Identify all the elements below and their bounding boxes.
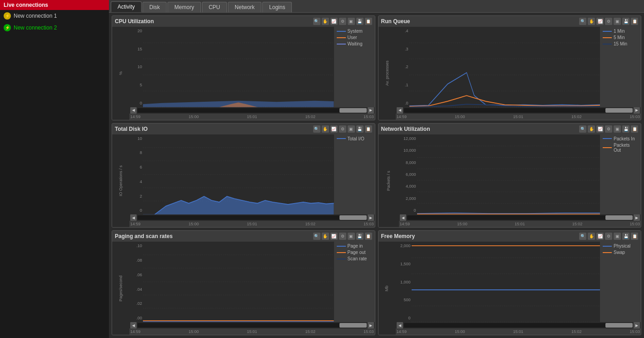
chart-icon-rq[interactable]: 📈	[596, 18, 604, 25]
scroll-right-btn[interactable]: ▶	[368, 107, 374, 114]
fm-scrollbar[interactable]: ◀ ▶	[396, 322, 641, 328]
legend-swap: Swap	[603, 250, 638, 255]
disk-io-title: Total Disk IO	[115, 126, 147, 132]
window-icon-pg[interactable]: ▣	[348, 233, 355, 240]
rq-scrollbar[interactable]: ◀ ▶	[396, 107, 641, 114]
hand-icon-nu[interactable]: ✋	[588, 125, 595, 133]
zoom-icon-nu[interactable]: 🔍	[579, 125, 586, 133]
tab-activity[interactable]: Activity	[111, 1, 142, 12]
filter-icon-pg[interactable]: ⚙	[339, 233, 346, 240]
cpu-util-tools: 🔍 ✋ 📈 ⚙ ▣ 💾 📋	[313, 18, 372, 25]
zoom-icon-di[interactable]: 🔍	[313, 125, 320, 133]
filter-icon-di[interactable]: ⚙	[339, 125, 346, 133]
scroll-right-fm[interactable]: ▶	[634, 322, 640, 328]
cpu-util-header: CPU Utilization 🔍 ✋ 📈 ⚙ ▣ 💾 📋	[112, 16, 375, 27]
sidebar: Live connections ⚡ New connection 1 ⚡ Ne…	[0, 0, 109, 338]
export-icon-di[interactable]: 📋	[365, 125, 372, 133]
tab-bar: Activity Disk Memory CPU Network Logins	[109, 0, 644, 13]
paging-chart-area	[143, 242, 334, 322]
save-icon-di[interactable]: 💾	[356, 125, 364, 133]
export-icon-rq[interactable]: 📋	[631, 18, 638, 25]
legend-scan-rate: Scan rate	[337, 256, 372, 261]
export-icon-fm[interactable]: 📋	[631, 233, 638, 240]
paging-legend: Page in Page out Scan rate	[334, 242, 375, 322]
filter-icon-nu[interactable]: ⚙	[605, 125, 612, 133]
legend-packets-out: Packets Out	[603, 143, 638, 153]
conn-label-1: New connection 1	[14, 13, 57, 19]
scroll-right-rq[interactable]: ▶	[634, 107, 640, 114]
free-mem-chart-area	[412, 242, 600, 322]
connection-item-2[interactable]: ⚡ New connection 2	[0, 22, 109, 34]
scroll-left-di[interactable]: ◀	[130, 214, 137, 221]
window-icon-di[interactable]: ▣	[348, 125, 355, 133]
scroll-right-nu[interactable]: ▶	[634, 214, 640, 221]
export-icon-pg[interactable]: 📋	[365, 233, 372, 240]
rq-y-label: Av. processes	[385, 60, 389, 86]
cpu-y-label: %	[118, 71, 123, 75]
zoom-icon-fm[interactable]: 🔍	[579, 233, 586, 240]
connection-item-1[interactable]: ⚡ New connection 1	[0, 10, 109, 22]
scroll-left-pg[interactable]: ◀	[130, 322, 137, 328]
window-icon-nu[interactable]: ▣	[614, 125, 621, 133]
zoom-icon-rq[interactable]: 🔍	[579, 18, 586, 25]
export-icon-nu[interactable]: 📋	[631, 125, 638, 133]
window-icon[interactable]: ▣	[348, 18, 355, 25]
free-mem-body: Mb 2,000 1,500 1,000 500 0	[379, 242, 641, 335]
scroll-left-btn[interactable]: ◀	[130, 107, 137, 114]
nu-scrollbar[interactable]: ◀ ▶	[399, 214, 641, 221]
scroll-right-pg[interactable]: ▶	[368, 322, 374, 328]
di-time-labels: 14:59 15:00 15:01 15:02 15:03	[129, 221, 375, 227]
scroll-left-fm[interactable]: ◀	[397, 322, 403, 328]
chart-icon-fm[interactable]: 📈	[596, 233, 604, 240]
chart-icon-pg[interactable]: 📈	[330, 233, 338, 240]
save-icon-nu[interactable]: 💾	[622, 125, 629, 133]
disk-io-body: IO Operations / s 10 8 6 4 2 0	[112, 134, 375, 228]
scroll-left-nu[interactable]: ◀	[400, 214, 406, 221]
save-icon-pg[interactable]: 💾	[356, 233, 364, 240]
connection-list: ⚡ New connection 1 ⚡ New connection 2	[0, 10, 109, 34]
window-icon-fm[interactable]: ▣	[614, 233, 621, 240]
tab-disk[interactable]: Disk	[143, 2, 167, 12]
tab-memory[interactable]: Memory	[167, 2, 201, 12]
legend-5min: 5 Min	[603, 35, 638, 40]
net-util-header: Network Utilization 🔍 ✋ 📈 ⚙ ▣ 💾 📋	[379, 124, 641, 134]
chart-icon[interactable]: 📈	[330, 18, 338, 25]
chart-icon-di[interactable]: 📈	[330, 125, 338, 133]
legend-page-out: Page out	[337, 250, 372, 255]
hand-icon-rq[interactable]: ✋	[588, 18, 595, 25]
hand-icon-pg[interactable]: ✋	[322, 233, 329, 240]
legend-page-in: Page in	[337, 244, 372, 249]
scroll-left-rq[interactable]: ◀	[397, 107, 403, 114]
hand-icon[interactable]: ✋	[322, 18, 329, 25]
run-queue-header: Run Queue 🔍 ✋ 📈 ⚙ ▣ 💾 📋	[379, 16, 641, 27]
net-util-chart-area	[417, 134, 600, 215]
main-content: Activity Disk Memory CPU Network Logins …	[109, 0, 644, 338]
legend-total-io: Total I/O	[337, 136, 372, 141]
tab-network[interactable]: Network	[228, 2, 261, 12]
run-queue-body: Av. processes .4 .3 .2 .1 .0	[379, 27, 641, 120]
filter-icon-rq[interactable]: ⚙	[605, 18, 612, 25]
di-y-label: IO Operations / s	[118, 165, 123, 196]
chart-icon-nu[interactable]: 📈	[596, 125, 604, 133]
window-icon-rq[interactable]: ▣	[614, 18, 621, 25]
scroll-right-di[interactable]: ▶	[368, 214, 374, 221]
di-scrollbar[interactable]: ◀ ▶	[129, 214, 375, 221]
hand-icon-di[interactable]: ✋	[322, 125, 329, 133]
paging-title: Paging and scan rates	[115, 233, 172, 239]
conn-label-2: New connection 2	[14, 25, 57, 31]
save-icon[interactable]: 💾	[356, 18, 364, 25]
export-icon[interactable]: 📋	[365, 18, 372, 25]
save-icon-fm[interactable]: 💾	[622, 233, 629, 240]
zoom-icon[interactable]: 🔍	[313, 18, 320, 25]
hand-icon-fm[interactable]: ✋	[588, 233, 595, 240]
pg-scrollbar[interactable]: ◀ ▶	[129, 322, 375, 328]
filter-icon[interactable]: ⚙	[339, 18, 346, 25]
filter-icon-fm[interactable]: ⚙	[605, 233, 612, 240]
save-icon-rq[interactable]: 💾	[622, 18, 629, 25]
tab-logins[interactable]: Logins	[262, 2, 292, 12]
tab-cpu[interactable]: CPU	[202, 2, 227, 12]
net-util-legend: Packets In Packets Out	[600, 134, 641, 215]
cpu-scrollbar[interactable]: ◀ ▶	[129, 107, 375, 114]
zoom-icon-pg[interactable]: 🔍	[313, 233, 320, 240]
run-queue-chart-area	[409, 27, 600, 107]
